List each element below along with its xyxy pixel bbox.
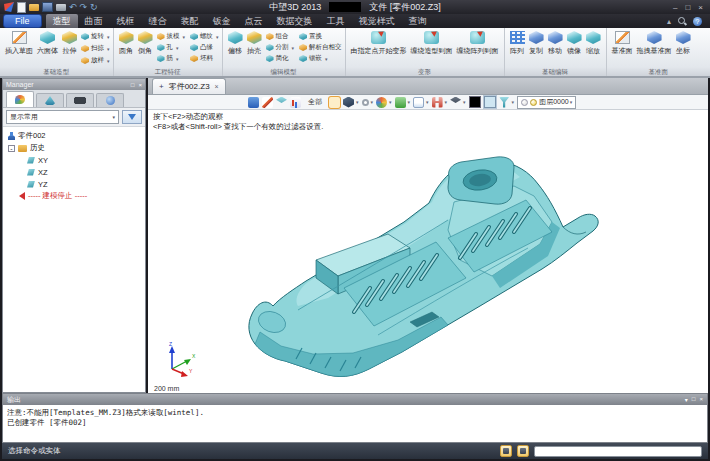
datum-plane-button[interactable]: 基准面 — [610, 30, 635, 57]
attribute-icon[interactable] — [248, 97, 259, 108]
copy-button[interactable]: 复制 — [527, 30, 546, 57]
pencil-icon[interactable] — [262, 97, 273, 108]
tab-inquire[interactable]: 查询 — [402, 14, 434, 28]
chevron-down-icon[interactable]: ▾ — [356, 99, 359, 105]
redo-icon[interactable]: ↷ — [80, 2, 88, 12]
move-button[interactable]: 移动 — [546, 30, 565, 57]
visual-manager-tab[interactable] — [66, 93, 94, 107]
tree-root-item[interactable]: 零件002 — [3, 130, 145, 142]
group-label-basic-editing[interactable]: 基础编辑 — [505, 67, 606, 76]
chevron-down-icon[interactable]: ▾ — [371, 99, 374, 105]
status-tool-button-2[interactable] — [517, 445, 529, 457]
mirror-button[interactable]: 镜像 — [565, 30, 584, 57]
output-close-icon[interactable]: × — [699, 396, 703, 403]
collapse-node-icon[interactable]: - — [8, 145, 15, 152]
close-button[interactable]: × — [698, 3, 703, 12]
draft-button[interactable]: 拔模 — [157, 31, 186, 42]
output-header[interactable]: 输出 ▾ □ × — [3, 394, 707, 405]
chevron-down-icon[interactable]: ▾ — [463, 99, 466, 105]
sweep-button[interactable]: 扫掠 — [81, 43, 110, 54]
command-input[interactable] — [534, 446, 702, 457]
print-icon[interactable] — [56, 4, 66, 11]
output-log[interactable]: 注意:不能用[Templates_MM.Z3]格式来读取[wintel]. 已创… — [3, 405, 707, 442]
rib-button[interactable]: 筋 — [157, 53, 186, 64]
undo-icon[interactable]: ↶ — [69, 2, 77, 12]
output-pin-icon[interactable]: ▾ — [685, 396, 688, 403]
new-tab-icon[interactable]: + — [159, 82, 164, 91]
viewport-canvas[interactable]: 按下<F2>动态的观察 <F8>或者<Shift-roll> 查找下一个有效的过… — [148, 110, 708, 393]
inlay-button[interactable]: 镶嵌 — [299, 53, 342, 64]
tree-plane-xy[interactable]: XY — [3, 154, 145, 166]
wrap-pattern-to-face-button[interactable]: 缠绕阵列到面 — [455, 30, 501, 57]
clip-plane-icon[interactable] — [432, 97, 443, 108]
fillet-button[interactable]: 圆角 — [117, 30, 136, 57]
status-tool-button-1[interactable] — [500, 445, 512, 457]
tab-surface[interactable]: 曲面 — [78, 14, 110, 28]
minimize-button[interactable]: – — [673, 3, 677, 12]
tab-shape[interactable]: 造型 — [46, 14, 78, 28]
tree-history-item[interactable]: - 历史 — [3, 142, 145, 154]
drag-datum-button[interactable]: 拖拽基准面 — [635, 30, 674, 57]
insert-sketch-button[interactable]: 插入草图 — [3, 30, 35, 57]
face-color-icon[interactable] — [276, 97, 287, 108]
manager-float-button[interactable]: □ — [131, 82, 135, 88]
pattern-button[interactable]: 阵列 — [508, 30, 527, 57]
tree-plane-xz[interactable]: XZ — [3, 166, 145, 178]
tab-pointcloud[interactable]: 点云 — [238, 14, 270, 28]
file-menu-button[interactable]: File — [3, 14, 42, 28]
output-float-icon[interactable]: □ — [692, 396, 696, 403]
tab-data-exchange[interactable]: 数据交换 — [270, 14, 320, 28]
group-label-edit-model[interactable]: 编辑模型 — [223, 67, 345, 76]
group-label-basic-shape[interactable]: 基础造型 — [0, 67, 113, 76]
stock-button[interactable]: 坯料 — [190, 53, 219, 64]
save-icon[interactable] — [42, 2, 53, 12]
collapse-ribbon-icon[interactable]: ▴ — [667, 17, 671, 26]
chevron-down-icon[interactable]: ▾ — [512, 99, 515, 105]
close-tab-icon[interactable]: × — [215, 83, 219, 90]
display-mode-icon[interactable] — [343, 97, 354, 108]
morph-from-point-button[interactable]: 由指定点开始变形 — [349, 30, 409, 57]
hole-button[interactable]: 孔 — [157, 42, 186, 53]
extrude-button[interactable]: 拉伸 — [60, 30, 79, 57]
resolve-self-intersection-button[interactable]: 解析自相交 — [299, 42, 342, 53]
chevron-down-icon[interactable]: ▾ — [426, 99, 429, 105]
open-file-icon[interactable] — [29, 4, 39, 11]
wireframe-mode-icon[interactable] — [362, 99, 369, 106]
csys-button[interactable]: 坐标 — [674, 30, 693, 57]
offset-button[interactable]: 偏移 — [226, 30, 245, 57]
box-button[interactable]: 六面体 — [35, 30, 60, 57]
tab-heal[interactable]: 缝合 — [142, 14, 174, 28]
manager-close-button[interactable]: × — [138, 82, 142, 88]
maximize-button[interactable]: □ — [685, 3, 690, 12]
chevron-down-icon[interactable]: ▾ — [408, 99, 411, 105]
group-label-engineering-feature[interactable]: 工程特征 — [114, 67, 222, 76]
tab-tools[interactable]: 工具 — [320, 14, 352, 28]
tab-wireframe[interactable]: 线框 — [110, 14, 142, 28]
history-manager-tab[interactable] — [6, 91, 34, 107]
view-orientation-icon[interactable] — [395, 97, 406, 108]
zoom-window-icon[interactable] — [413, 97, 424, 108]
divide-button[interactable]: 分割 — [266, 42, 295, 53]
chevron-down-icon[interactable]: ▾ — [389, 99, 392, 105]
replace-button[interactable]: 置换 — [299, 31, 342, 42]
view-manager-tab[interactable] — [96, 93, 124, 107]
assembly-manager-tab[interactable] — [36, 93, 64, 107]
document-tab[interactable]: + 零件002.Z3 × — [152, 78, 226, 94]
wrap-shape-to-face-button[interactable]: 缠绕造型到面 — [409, 30, 455, 57]
multi-display-icon[interactable] — [450, 97, 461, 108]
simplify-button[interactable]: 简化 — [266, 53, 295, 64]
entity-filter-icon[interactable] — [499, 97, 510, 108]
combine-button[interactable]: 组合 — [266, 31, 295, 42]
filter-funnel-button[interactable] — [122, 110, 142, 124]
group-label-morph[interactable]: 变形 — [346, 67, 504, 76]
chamfer-button[interactable]: 倒角 — [136, 30, 155, 57]
layer-on-bulb-icon[interactable] — [530, 99, 537, 106]
lip-button[interactable]: 凸缘 — [190, 42, 219, 53]
layer-off-bulb-icon[interactable] — [521, 99, 528, 106]
layer-combo[interactable]: 图层0000 ▾ — [517, 96, 576, 109]
search-icon[interactable] — [678, 17, 686, 25]
pick-filter-all[interactable]: 全部 — [308, 97, 322, 107]
render-mode-icon[interactable] — [376, 97, 387, 108]
new-file-icon[interactable] — [17, 2, 26, 13]
loft-button[interactable]: 放样 — [81, 55, 110, 66]
